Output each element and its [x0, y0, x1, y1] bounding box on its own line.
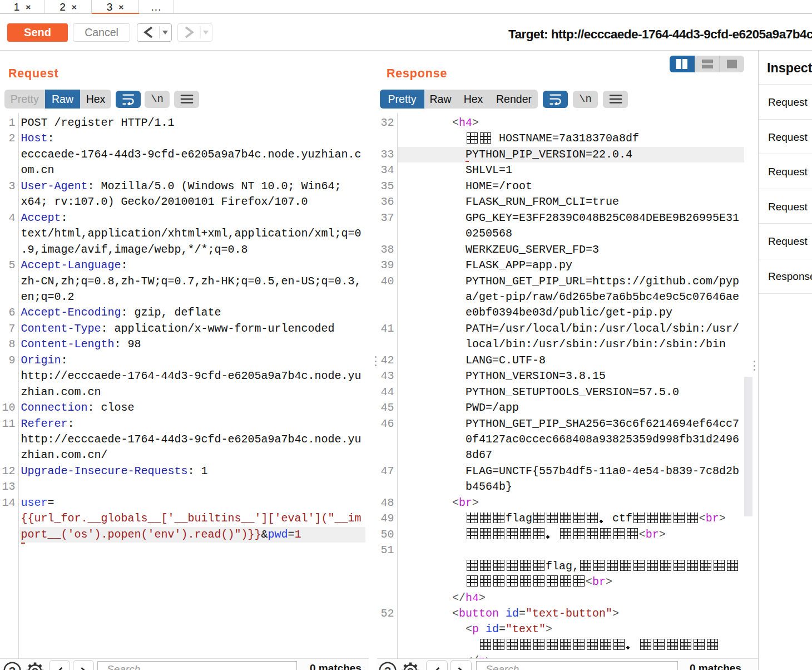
svg-text:?: ? [9, 664, 16, 670]
svg-text:?: ? [384, 664, 392, 670]
